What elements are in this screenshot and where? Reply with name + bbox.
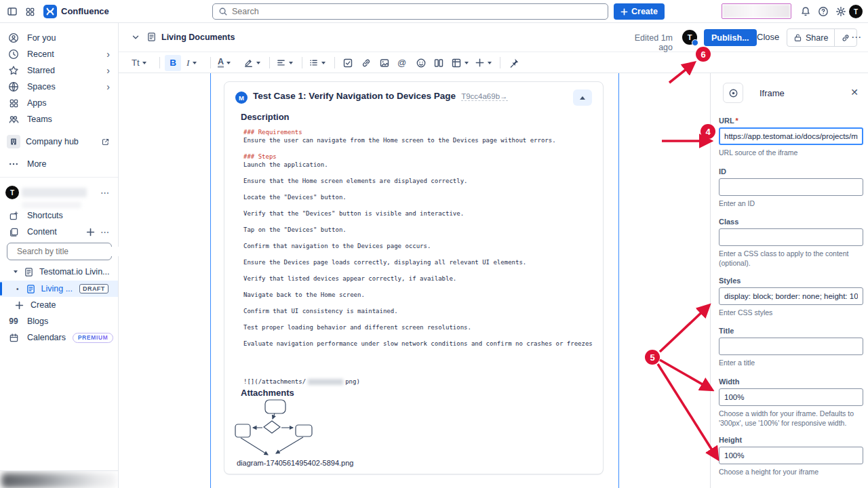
id-label: ID	[719, 167, 863, 176]
person-icon	[8, 33, 19, 43]
breadcrumb[interactable]: Living Documents	[161, 33, 235, 42]
emoji-icon[interactable]	[416, 52, 427, 73]
insert-plus-dropdown[interactable]	[475, 52, 492, 73]
divider	[159, 57, 160, 68]
text-style-dropdown[interactable]: Tt	[132, 52, 146, 73]
table-dropdown[interactable]	[451, 52, 469, 73]
text-color-dropdown[interactable]: A	[218, 52, 231, 73]
field-id: ID Enter an ID	[719, 167, 863, 209]
collapse-sidebar-icon[interactable]	[5, 5, 19, 18]
selected-indicator	[0, 282, 2, 296]
tree-item-parent[interactable]: Testomat.io Livin...	[0, 264, 118, 280]
task-checkbox-icon[interactable]	[342, 52, 353, 73]
app-switcher-icon[interactable]	[23, 5, 37, 18]
width-input[interactable]	[719, 388, 863, 406]
class-label: Class	[719, 218, 863, 226]
confluence-app: Confluence Create T For you Recent›	[0, 0, 868, 488]
class-input[interactable]	[719, 228, 863, 246]
plus-icon	[620, 8, 628, 16]
redacted-sidebar-footer	[0, 470, 118, 488]
title-input[interactable]	[719, 338, 863, 355]
bold-button[interactable]: B	[165, 52, 181, 73]
sidebar-item-calendars[interactable]: Calendars PREMIUM	[0, 329, 118, 346]
sidebar-search[interactable]	[7, 243, 112, 260]
sidebar-item-recent[interactable]: Recent›	[0, 46, 118, 62]
space-avatar: T	[5, 186, 19, 199]
redacted-space-name	[22, 188, 87, 197]
sidebar-item-apps[interactable]: Apps	[0, 95, 118, 111]
clock-icon	[8, 49, 19, 60]
settings-gear-icon[interactable]	[834, 5, 848, 18]
panel-title: Iframe	[760, 88, 785, 98]
chevron-right-icon: ›	[106, 49, 110, 59]
iframe-macro-icon[interactable]	[723, 83, 743, 103]
flowchart-diagram	[230, 398, 325, 460]
create-button[interactable]: Create	[614, 3, 665, 20]
global-search-input[interactable]	[232, 7, 602, 16]
collaborator-avatar[interactable]: T	[682, 30, 697, 45]
markdown-code-block[interactable]: ### RequirementsEnsure the user can navi…	[243, 128, 592, 356]
highlight-dropdown[interactable]	[243, 52, 260, 73]
close-button[interactable]: Close	[757, 32, 779, 42]
pin-icon[interactable]	[509, 52, 519, 73]
close-icon[interactable]: ✕	[850, 87, 859, 98]
premium-badge: PREMIUM	[73, 333, 113, 343]
content-pages-icon	[8, 227, 19, 237]
page-icon	[26, 284, 36, 294]
publish-button[interactable]: Publish...	[704, 29, 757, 46]
styles-input[interactable]	[719, 287, 863, 305]
list-dropdown[interactable]	[309, 52, 326, 73]
height-input[interactable]	[719, 447, 863, 464]
space-more-icon[interactable]: ⋯	[100, 188, 110, 197]
url-helper: URL source of the iframe	[719, 148, 863, 158]
redacted-attachment-path	[308, 379, 343, 385]
calendar-icon	[8, 333, 19, 343]
external-link-icon	[101, 138, 110, 146]
field-height: Height Choose a height for your iframe	[719, 436, 863, 477]
chevron-right-icon: ›	[106, 82, 110, 92]
image-icon[interactable]	[379, 52, 390, 73]
sidebar-item-more[interactable]: More	[0, 156, 118, 172]
link-icon[interactable]	[361, 52, 372, 73]
sidebar-item-teams[interactable]: Teams	[0, 111, 118, 127]
sidebar-search-input[interactable]	[17, 247, 122, 256]
editor-canvas[interactable]: M Test Case 1: Verify Navigation to Devi…	[119, 73, 710, 488]
italic-dropdown[interactable]: I	[186, 52, 197, 73]
page-header: Living Documents Edited 1m ago T Publish…	[119, 23, 868, 52]
field-class: Class Enter a CSS class to apply to the …	[719, 218, 863, 268]
test-case-ref-link[interactable]: T9cc4a69b→	[461, 92, 507, 101]
share-button[interactable]: Share	[787, 29, 834, 46]
collapse-breadcrumb-icon[interactable]	[131, 33, 140, 42]
sidebar-item-company-hub[interactable]: Company hub	[0, 132, 118, 151]
add-content-icon[interactable]	[86, 228, 95, 237]
tree-item-selected[interactable]: • Living ... DRAFT	[0, 281, 118, 297]
tree-create-button[interactable]: Create	[0, 297, 118, 313]
sidebar-item-starred[interactable]: Starred›	[0, 62, 118, 79]
user-avatar[interactable]: T	[849, 5, 863, 18]
more-actions-icon[interactable]: ⋯	[851, 31, 862, 43]
ellipsis-icon	[8, 159, 19, 169]
attachment-filename: diagram-1740561495402-5894.png	[237, 459, 353, 467]
mention-icon[interactable]: @	[397, 52, 406, 73]
alignment-dropdown[interactable]	[276, 52, 293, 73]
field-title: Title Enter a title	[719, 327, 863, 368]
width-label: Width	[719, 378, 863, 386]
test-case-title: Test Case 1: Verify Navigation to Device…	[253, 91, 508, 101]
sidebar-item-content[interactable]: Content ⋯	[0, 224, 118, 240]
sidebar-item-spaces[interactable]: Spaces›	[0, 79, 118, 95]
id-input[interactable]	[719, 178, 863, 196]
global-search[interactable]	[212, 3, 608, 20]
confluence-logo[interactable]	[43, 5, 57, 18]
notifications-bell-icon[interactable]	[799, 5, 812, 18]
people-icon	[8, 114, 19, 125]
chevron-down-icon[interactable]	[14, 270, 18, 273]
description-heading: Description	[241, 112, 290, 122]
help-icon[interactable]	[816, 5, 830, 18]
sidebar-item-shortcuts[interactable]: Shortcuts	[0, 207, 118, 224]
collapse-card-button[interactable]	[573, 89, 592, 106]
sidebar-item-blogs[interactable]: 99 Blogs	[0, 313, 118, 329]
sidebar-item-for-you[interactable]: For you	[0, 30, 118, 46]
content-more-icon[interactable]: ⋯	[100, 228, 110, 237]
layout-columns-icon[interactable]	[433, 52, 444, 73]
url-input[interactable]	[719, 127, 863, 145]
